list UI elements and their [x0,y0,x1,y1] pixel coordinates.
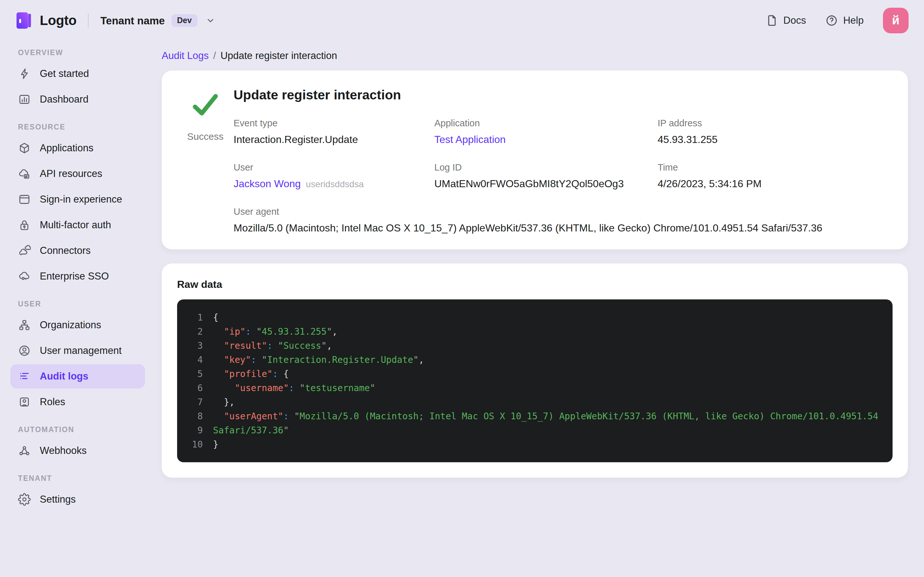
clouds-icon [18,244,31,257]
code-line-number: 6 [186,381,203,395]
role-card-icon [18,396,31,408]
sidebar-item-label: Connectors [40,245,91,256]
jackson-wong-link[interactable]: Jackson Wong [234,178,300,189]
dashboard-icon [18,93,31,106]
sidebar-item-applications[interactable]: Applications [10,136,145,160]
detail-field-label: User [234,162,422,172]
code-line: 2 "ip": "45.93.31.255", [186,324,880,338]
webhook-icon [18,444,31,457]
status-badge: Success [187,131,223,142]
raw-data-code-block[interactable]: 1 { 2 "ip": "45.93.31.255", 3 "result": … [177,300,893,462]
sidebar-item-multi-factor-auth[interactable]: Multi-factor auth [10,213,145,237]
lock-icon [18,219,31,231]
bolt-icon [18,67,31,80]
chevron-down-icon [205,15,216,26]
field-event-type: Event type Interaction.Register.Update [234,118,422,145]
breadcrumb-audit-logs-link[interactable]: Audit Logs [162,50,209,61]
log-detail-card: Success Update register interaction Even… [162,71,908,250]
code-line-text: "profile": { [213,367,289,381]
docs-label: Docs [783,15,806,26]
sidebar-item-label: Organizations [40,319,101,331]
user-agent-value: Mozilla/5.0 (Macintosh; Intel Mac OS X 1… [234,222,893,234]
sidebar-item-audit-logs[interactable]: Audit logs [10,364,145,388]
user-agent-field: User agent Mozilla/5.0 (Macintosh; Intel… [234,206,893,234]
detail-field-value: Interaction.Register.Update [234,134,422,145]
sidebar-section: OVERVIEW Get started Dashboard [10,49,145,111]
sidebar-item-label: API resources [40,168,102,179]
sidebar-item-label: Get started [40,68,89,79]
code-line-number: 2 [186,324,203,338]
breadcrumb: Audit Logs/Update register interaction [162,50,908,61]
code-line-text: "ip": "45.93.31.255", [213,324,338,338]
brand-name: Logto [40,13,77,28]
code-line: 9 Safari/537.36" [186,423,880,437]
tenant-env-badge: Dev [171,14,198,27]
sidebar-item-get-started[interactable]: Get started [10,61,145,86]
sidebar-item-connectors[interactable]: Connectors [10,239,145,263]
topbar: Logto Tenant name Dev Docs [0,0,924,41]
tenant-selector[interactable]: Tenant name Dev [100,14,216,27]
help-button[interactable]: Help [825,14,864,27]
docs-button[interactable]: Docs [766,14,806,27]
code-line-text: "userAgent": "Mozilla/5.0 (Macintosh; In… [213,409,879,423]
sidebar-section-label: AUTOMATION [18,426,145,434]
detail-field-value: 4/26/2023, 5:34:16 PM [658,178,893,190]
sidebar-item-dashboard[interactable]: Dashboard [10,87,145,111]
browser-window-icon [18,193,31,206]
help-icon [825,14,838,27]
sidebar-item-user-management[interactable]: User management [10,338,145,363]
test-application-link[interactable]: Test Application [435,134,506,145]
sidebar: OVERVIEW Get started Dashboard RESOURCE … [0,41,154,577]
sidebar-section-label: TENANT [18,474,145,482]
code-line-number: 1 [186,310,203,324]
sidebar-item-label: Audit logs [40,371,89,382]
sidebar-section: AUTOMATION Webhooks [10,426,145,463]
sidebar-item-label: Applications [40,142,94,154]
user-avatar[interactable]: й [883,8,909,33]
code-line: 8 "userAgent": "Mozilla/5.0 (Macintosh; … [186,409,880,423]
sidebar-item-organizations[interactable]: Organizations [10,313,145,337]
gear-icon [18,493,31,506]
sidebar-section-label: OVERVIEW [18,49,145,56]
logto-logo-icon [14,11,33,30]
sidebar-item-sign-in-experience[interactable]: Sign-in experience [10,187,145,211]
code-line-number: 8 [186,409,203,423]
sidebar-item-label: Enterprise SSO [40,271,109,282]
code-line-number: 4 [186,353,203,367]
detail-field-label: Log ID [435,162,645,172]
main-content: Audit Logs/Update register interaction S… [154,41,924,577]
sidebar-item-api-resources[interactable]: API resources [10,161,145,186]
document-icon [766,14,779,27]
sidebar-item-roles[interactable]: Roles [10,390,145,414]
code-line-text: "key": "Interaction.Register.Update", [213,353,424,367]
breadcrumb-separator: / [213,50,216,61]
help-label: Help [843,15,864,26]
app-root: Logto Tenant name Dev Docs [0,0,924,577]
logto-brand[interactable]: Logto [14,11,77,30]
detail-field-value: 45.93.31.255 [658,134,893,145]
success-check-icon [190,91,221,119]
sidebar-section: TENANT Settings [10,474,145,512]
user-agent-label: User agent [234,206,893,217]
detail-field-label: IP address [658,118,893,128]
sidebar-item-label: User management [40,345,121,356]
code-line: 5 "profile": { [186,367,880,381]
code-line-text: "result": "Success", [213,338,332,353]
sidebar-item-enterprise-sso[interactable]: Enterprise SSO [10,264,145,288]
org-tree-icon [18,319,31,332]
raw-data-title: Raw data [177,279,893,290]
detail-field-label: Application [435,118,645,128]
code-line-number: 5 [186,367,203,381]
code-line-text: }, [213,395,234,409]
detail-field-label: Time [658,162,893,172]
detail-field-value: UMatENw0rFWO5aGbMI8tY2Qol50eOg3 [435,178,645,190]
sidebar-section: USER Organizations User management Audit… [10,300,145,414]
sidebar-item-webhooks[interactable]: Webhooks [10,438,145,463]
cloud-key-icon [18,270,31,283]
code-line-number: 7 [186,395,203,409]
code-line: 4 "key": "Interaction.Register.Update", [186,353,880,367]
user-circle-icon [18,344,31,357]
sidebar-item-settings[interactable]: Settings [10,487,145,512]
audit-list-icon [18,370,31,383]
field-time: Time 4/26/2023, 5:34:16 PM [658,162,893,190]
